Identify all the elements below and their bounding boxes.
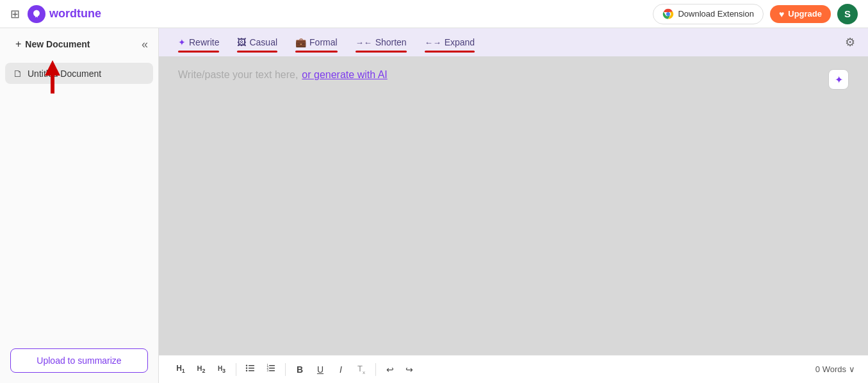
generate-with-ai-link[interactable]: or generate with AI xyxy=(302,69,387,81)
expand-button[interactable]: ←→ Expand xyxy=(418,33,481,51)
avatar[interactable]: S xyxy=(837,4,858,24)
shorten-arrows-icon: →← xyxy=(356,38,372,47)
expand-underline xyxy=(425,51,475,53)
document-list-item[interactable]: 🗋 Untitled Document xyxy=(5,63,153,84)
expand-label: Expand xyxy=(445,37,475,47)
casual-label: Casual xyxy=(249,37,277,47)
ordered-list-button[interactable]: 123 xyxy=(262,361,280,378)
h2-label: H2 xyxy=(197,364,206,374)
clear-format-button[interactable]: Tx xyxy=(352,361,370,378)
svg-point-6 xyxy=(246,370,247,371)
casual-button[interactable]: 🖼 Casual xyxy=(231,33,284,51)
rewrite-button[interactable]: ✦ Rewrite xyxy=(172,33,225,51)
casual-icon: 🖼 xyxy=(237,37,246,47)
navbar-left: ⊞ wordtune xyxy=(10,5,101,23)
redo-button[interactable]: ↪ xyxy=(400,362,418,377)
heart-icon: ♥ xyxy=(779,9,784,19)
ordered-list-icon: 123 xyxy=(266,363,276,375)
new-document-label: New Document xyxy=(25,39,90,49)
casual-underline xyxy=(237,51,277,53)
ai-sparkle-icon: ✦ xyxy=(835,74,843,86)
italic-button[interactable]: I xyxy=(332,362,350,377)
bullet-list-icon xyxy=(245,363,256,375)
formal-label: Formal xyxy=(309,37,338,47)
main-layout: + New Document « 🗋 Untitled Document Upl… xyxy=(0,28,868,383)
grid-icon[interactable]: ⊞ xyxy=(10,7,20,21)
undo-icon: ↩ xyxy=(386,364,394,375)
plus-icon: + xyxy=(15,38,21,50)
h3-label: H3 xyxy=(218,365,225,374)
italic-label: I xyxy=(340,364,342,375)
svg-rect-8 xyxy=(269,368,275,369)
chrome-icon xyxy=(662,8,674,20)
heading3-button[interactable]: H3 xyxy=(213,363,231,377)
logo-area[interactable]: wordtune xyxy=(28,5,101,23)
content-area: ✦ Rewrite 🖼 Casual 💼 Formal →← Shorten ←… xyxy=(159,28,868,383)
svg-rect-2 xyxy=(249,368,254,369)
new-document-button[interactable]: + New Document xyxy=(10,36,95,53)
upgrade-label: Upgrade xyxy=(788,9,822,19)
arrow-shaft xyxy=(51,76,54,94)
words-count-label: 0 Words xyxy=(815,364,846,374)
collapse-icon: « xyxy=(142,38,148,51)
undo-button[interactable]: ↩ xyxy=(381,362,399,377)
clear-format-label: Tx xyxy=(357,364,365,375)
svg-rect-1 xyxy=(249,365,254,366)
underline-label: U xyxy=(317,364,323,375)
arrow-up-icon xyxy=(45,60,60,76)
separator-3 xyxy=(375,363,376,376)
svg-rect-3 xyxy=(249,370,254,371)
settings-button[interactable]: ⚙ xyxy=(845,35,855,49)
svg-rect-7 xyxy=(269,365,275,366)
bold-label: B xyxy=(297,364,303,375)
upload-to-summarize-button[interactable]: Upload to summarize xyxy=(10,348,148,373)
avatar-letter: S xyxy=(844,8,851,19)
shorten-label: Shorten xyxy=(375,37,407,47)
formal-icon: 💼 xyxy=(295,37,306,47)
placeholder-text: Write/paste your text here, xyxy=(178,69,298,81)
svg-point-4 xyxy=(246,365,247,366)
heading1-button[interactable]: H1 xyxy=(172,361,190,377)
upload-btn-label: Upload to summarize xyxy=(37,355,121,366)
navbar: ⊞ wordtune Download Extension ♥ Upgrade xyxy=(0,0,868,28)
sidebar: + New Document « 🗋 Untitled Document Upl… xyxy=(0,28,159,383)
shorten-button[interactable]: →← Shorten xyxy=(349,33,413,51)
sidebar-collapse-button[interactable]: « xyxy=(142,38,148,51)
sidebar-bottom: Upload to summarize xyxy=(0,338,158,383)
rewrite-star-icon: ✦ xyxy=(178,37,186,47)
svg-text:3: 3 xyxy=(267,369,269,372)
rewrite-underline xyxy=(178,51,219,53)
document-icon: 🗋 xyxy=(13,68,22,79)
heading2-button[interactable]: H2 xyxy=(192,362,210,377)
ai-sparkle-button[interactable]: ✦ xyxy=(828,69,849,90)
expand-arrows-icon: ←→ xyxy=(425,38,441,47)
words-count-button[interactable]: 0 Words ∨ xyxy=(815,364,855,374)
bold-button[interactable]: B xyxy=(291,362,309,377)
rewrite-label: Rewrite xyxy=(189,37,219,47)
download-extension-button[interactable]: Download Extension xyxy=(653,4,764,24)
editor-area[interactable]: Write/paste your text here, or generate … xyxy=(159,56,868,355)
bullet-list-button[interactable] xyxy=(242,361,259,378)
undo-redo-group: ↩ ↪ xyxy=(381,362,418,377)
formal-button[interactable]: 💼 Formal xyxy=(289,33,344,51)
separator-2 xyxy=(285,363,286,376)
svg-rect-9 xyxy=(269,370,275,371)
logo-text: wordtune xyxy=(49,7,101,20)
redo-icon: ↪ xyxy=(405,364,413,375)
wordtune-logo-icon xyxy=(28,5,45,23)
download-extension-label: Download Extension xyxy=(678,9,754,19)
navbar-right: Download Extension ♥ Upgrade S xyxy=(653,4,858,24)
document-list: 🗋 Untitled Document xyxy=(0,60,158,86)
svg-point-0 xyxy=(666,12,670,16)
action-bar: ✦ Rewrite 🖼 Casual 💼 Formal →← Shorten ←… xyxy=(159,28,868,56)
h1-label: H1 xyxy=(176,364,185,374)
format-bar: H1 H2 H3 123 B xyxy=(159,355,868,383)
words-chevron-icon: ∨ xyxy=(849,364,855,374)
underline-button[interactable]: U xyxy=(311,362,329,377)
upgrade-button[interactable]: ♥ Upgrade xyxy=(770,5,831,23)
separator-1 xyxy=(236,363,236,376)
settings-icon: ⚙ xyxy=(845,36,855,49)
document-item-label: Untitled Document xyxy=(28,69,101,79)
editor-placeholder: Write/paste your text here, or generate … xyxy=(178,69,849,81)
arrow-annotation xyxy=(45,60,60,94)
